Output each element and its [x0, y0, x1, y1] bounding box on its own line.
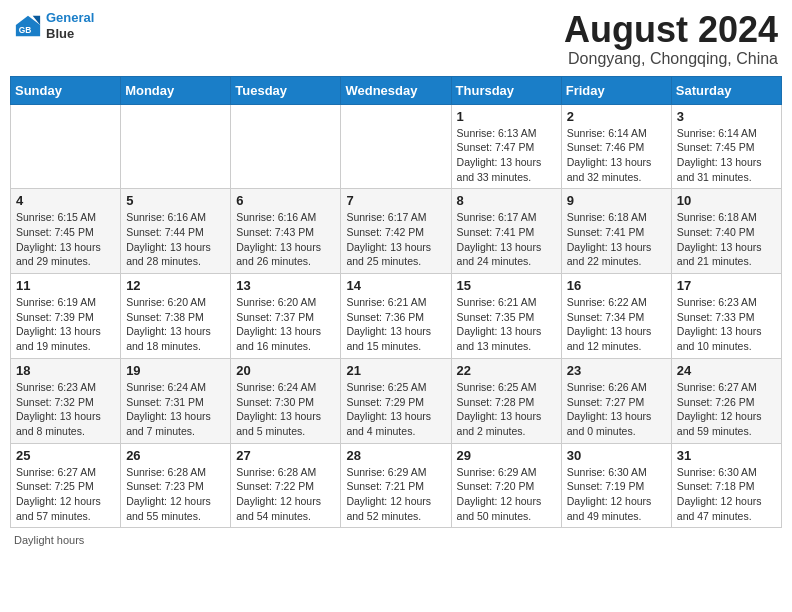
- day-number: 4: [16, 193, 115, 208]
- day-info: Sunrise: 6:21 AMSunset: 7:36 PMDaylight:…: [346, 295, 445, 354]
- day-cell: 20Sunrise: 6:24 AMSunset: 7:30 PMDayligh…: [231, 358, 341, 443]
- header: GB General Blue August 2024 Dongyang, Ch…: [10, 10, 782, 68]
- day-cell: 28Sunrise: 6:29 AMSunset: 7:21 PMDayligh…: [341, 443, 451, 528]
- logo: GB General Blue: [14, 10, 94, 41]
- day-number: 23: [567, 363, 666, 378]
- day-cell: 16Sunrise: 6:22 AMSunset: 7:34 PMDayligh…: [561, 274, 671, 359]
- day-info: Sunrise: 6:21 AMSunset: 7:35 PMDaylight:…: [457, 295, 556, 354]
- day-cell: [231, 104, 341, 189]
- day-info: Sunrise: 6:13 AMSunset: 7:47 PMDaylight:…: [457, 126, 556, 185]
- day-cell: 22Sunrise: 6:25 AMSunset: 7:28 PMDayligh…: [451, 358, 561, 443]
- day-number: 8: [457, 193, 556, 208]
- week-row-2: 4Sunrise: 6:15 AMSunset: 7:45 PMDaylight…: [11, 189, 782, 274]
- day-header-monday: Monday: [121, 76, 231, 104]
- day-info: Sunrise: 6:28 AMSunset: 7:23 PMDaylight:…: [126, 465, 225, 524]
- day-number: 24: [677, 363, 776, 378]
- day-info: Sunrise: 6:16 AMSunset: 7:44 PMDaylight:…: [126, 210, 225, 269]
- day-number: 28: [346, 448, 445, 463]
- day-cell: 3Sunrise: 6:14 AMSunset: 7:45 PMDaylight…: [671, 104, 781, 189]
- day-number: 19: [126, 363, 225, 378]
- day-info: Sunrise: 6:30 AMSunset: 7:19 PMDaylight:…: [567, 465, 666, 524]
- day-cell: 14Sunrise: 6:21 AMSunset: 7:36 PMDayligh…: [341, 274, 451, 359]
- day-cell: 2Sunrise: 6:14 AMSunset: 7:46 PMDaylight…: [561, 104, 671, 189]
- page-subtitle: Dongyang, Chongqing, China: [564, 50, 778, 68]
- day-number: 16: [567, 278, 666, 293]
- day-number: 17: [677, 278, 776, 293]
- day-number: 6: [236, 193, 335, 208]
- day-number: 25: [16, 448, 115, 463]
- day-number: 15: [457, 278, 556, 293]
- day-cell: 6Sunrise: 6:16 AMSunset: 7:43 PMDaylight…: [231, 189, 341, 274]
- day-cell: [341, 104, 451, 189]
- page-title: August 2024: [564, 10, 778, 50]
- day-number: 29: [457, 448, 556, 463]
- day-info: Sunrise: 6:23 AMSunset: 7:33 PMDaylight:…: [677, 295, 776, 354]
- day-header-sunday: Sunday: [11, 76, 121, 104]
- day-info: Sunrise: 6:18 AMSunset: 7:41 PMDaylight:…: [567, 210, 666, 269]
- day-number: 3: [677, 109, 776, 124]
- day-cell: 8Sunrise: 6:17 AMSunset: 7:41 PMDaylight…: [451, 189, 561, 274]
- day-cell: 18Sunrise: 6:23 AMSunset: 7:32 PMDayligh…: [11, 358, 121, 443]
- day-number: 13: [236, 278, 335, 293]
- day-cell: [11, 104, 121, 189]
- week-row-3: 11Sunrise: 6:19 AMSunset: 7:39 PMDayligh…: [11, 274, 782, 359]
- daylight-hours-label: Daylight hours: [14, 534, 84, 546]
- title-area: August 2024 Dongyang, Chongqing, China: [564, 10, 778, 68]
- day-cell: 24Sunrise: 6:27 AMSunset: 7:26 PMDayligh…: [671, 358, 781, 443]
- day-number: 20: [236, 363, 335, 378]
- day-cell: 13Sunrise: 6:20 AMSunset: 7:37 PMDayligh…: [231, 274, 341, 359]
- day-info: Sunrise: 6:26 AMSunset: 7:27 PMDaylight:…: [567, 380, 666, 439]
- day-info: Sunrise: 6:14 AMSunset: 7:46 PMDaylight:…: [567, 126, 666, 185]
- day-cell: 25Sunrise: 6:27 AMSunset: 7:25 PMDayligh…: [11, 443, 121, 528]
- day-info: Sunrise: 6:25 AMSunset: 7:28 PMDaylight:…: [457, 380, 556, 439]
- day-cell: 10Sunrise: 6:18 AMSunset: 7:40 PMDayligh…: [671, 189, 781, 274]
- week-row-4: 18Sunrise: 6:23 AMSunset: 7:32 PMDayligh…: [11, 358, 782, 443]
- day-cell: 23Sunrise: 6:26 AMSunset: 7:27 PMDayligh…: [561, 358, 671, 443]
- day-header-tuesday: Tuesday: [231, 76, 341, 104]
- logo-icon: GB: [14, 12, 42, 40]
- day-cell: 9Sunrise: 6:18 AMSunset: 7:41 PMDaylight…: [561, 189, 671, 274]
- day-cell: 29Sunrise: 6:29 AMSunset: 7:20 PMDayligh…: [451, 443, 561, 528]
- day-number: 18: [16, 363, 115, 378]
- day-number: 9: [567, 193, 666, 208]
- day-cell: 15Sunrise: 6:21 AMSunset: 7:35 PMDayligh…: [451, 274, 561, 359]
- week-row-5: 25Sunrise: 6:27 AMSunset: 7:25 PMDayligh…: [11, 443, 782, 528]
- day-header-wednesday: Wednesday: [341, 76, 451, 104]
- week-row-1: 1Sunrise: 6:13 AMSunset: 7:47 PMDaylight…: [11, 104, 782, 189]
- day-info: Sunrise: 6:29 AMSunset: 7:20 PMDaylight:…: [457, 465, 556, 524]
- day-cell: 26Sunrise: 6:28 AMSunset: 7:23 PMDayligh…: [121, 443, 231, 528]
- day-cell: 21Sunrise: 6:25 AMSunset: 7:29 PMDayligh…: [341, 358, 451, 443]
- calendar: SundayMondayTuesdayWednesdayThursdayFrid…: [10, 76, 782, 529]
- day-info: Sunrise: 6:15 AMSunset: 7:45 PMDaylight:…: [16, 210, 115, 269]
- day-header-thursday: Thursday: [451, 76, 561, 104]
- day-number: 27: [236, 448, 335, 463]
- day-header-row: SundayMondayTuesdayWednesdayThursdayFrid…: [11, 76, 782, 104]
- svg-text:GB: GB: [19, 24, 32, 34]
- day-info: Sunrise: 6:27 AMSunset: 7:26 PMDaylight:…: [677, 380, 776, 439]
- day-cell: 7Sunrise: 6:17 AMSunset: 7:42 PMDaylight…: [341, 189, 451, 274]
- day-cell: 12Sunrise: 6:20 AMSunset: 7:38 PMDayligh…: [121, 274, 231, 359]
- day-info: Sunrise: 6:27 AMSunset: 7:25 PMDaylight:…: [16, 465, 115, 524]
- day-number: 14: [346, 278, 445, 293]
- day-number: 2: [567, 109, 666, 124]
- day-info: Sunrise: 6:20 AMSunset: 7:38 PMDaylight:…: [126, 295, 225, 354]
- day-info: Sunrise: 6:30 AMSunset: 7:18 PMDaylight:…: [677, 465, 776, 524]
- day-number: 21: [346, 363, 445, 378]
- day-number: 12: [126, 278, 225, 293]
- day-info: Sunrise: 6:17 AMSunset: 7:41 PMDaylight:…: [457, 210, 556, 269]
- day-info: Sunrise: 6:24 AMSunset: 7:30 PMDaylight:…: [236, 380, 335, 439]
- day-info: Sunrise: 6:23 AMSunset: 7:32 PMDaylight:…: [16, 380, 115, 439]
- day-info: Sunrise: 6:24 AMSunset: 7:31 PMDaylight:…: [126, 380, 225, 439]
- day-info: Sunrise: 6:29 AMSunset: 7:21 PMDaylight:…: [346, 465, 445, 524]
- day-cell: 1Sunrise: 6:13 AMSunset: 7:47 PMDaylight…: [451, 104, 561, 189]
- day-info: Sunrise: 6:18 AMSunset: 7:40 PMDaylight:…: [677, 210, 776, 269]
- logo-line1: General: [46, 10, 94, 26]
- day-cell: 27Sunrise: 6:28 AMSunset: 7:22 PMDayligh…: [231, 443, 341, 528]
- day-info: Sunrise: 6:28 AMSunset: 7:22 PMDaylight:…: [236, 465, 335, 524]
- day-info: Sunrise: 6:20 AMSunset: 7:37 PMDaylight:…: [236, 295, 335, 354]
- day-cell: 19Sunrise: 6:24 AMSunset: 7:31 PMDayligh…: [121, 358, 231, 443]
- day-header-saturday: Saturday: [671, 76, 781, 104]
- day-number: 11: [16, 278, 115, 293]
- day-number: 5: [126, 193, 225, 208]
- day-number: 30: [567, 448, 666, 463]
